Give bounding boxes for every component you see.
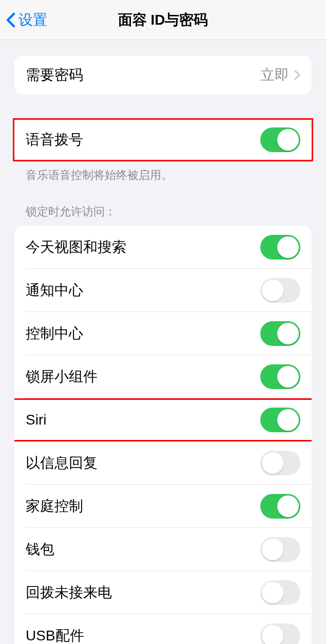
voice-dial-row: 语音拨号 bbox=[14, 118, 312, 161]
lock-access-row: 家庭控制 bbox=[14, 485, 312, 528]
lock-access-toggle[interactable] bbox=[260, 235, 300, 260]
lock-access-row: 锁屏小组件 bbox=[14, 355, 312, 398]
lock-access-toggle[interactable] bbox=[260, 537, 300, 562]
lock-access-row: 控制中心 bbox=[14, 312, 312, 355]
chevron-left-icon bbox=[6, 12, 15, 28]
lock-access-toggle[interactable] bbox=[260, 623, 300, 644]
back-button[interactable]: 设置 bbox=[0, 10, 47, 30]
lock-access-item-label: 回拨未接来电 bbox=[26, 583, 112, 602]
lock-access-item-label: 控制中心 bbox=[26, 324, 83, 343]
lock-access-header: 锁定时允许访问： bbox=[14, 204, 312, 226]
lock-access-row: 以信息回复 bbox=[14, 441, 312, 485]
lock-access-item-label: 今天视图和搜索 bbox=[26, 237, 126, 257]
lock-access-row: 回拨未接来电 bbox=[14, 571, 312, 614]
navigation-bar: 设置 面容 ID与密码 bbox=[0, 0, 326, 40]
voice-dial-label: 语音拨号 bbox=[26, 130, 83, 150]
lock-access-row: USB配件 bbox=[14, 614, 312, 644]
lock-access-toggle[interactable] bbox=[260, 494, 300, 519]
chevron-right-icon bbox=[294, 70, 300, 80]
lock-access-toggle[interactable] bbox=[260, 451, 300, 475]
voice-dial-toggle[interactable] bbox=[260, 127, 300, 152]
lock-access-item-label: Siri bbox=[26, 412, 46, 428]
lock-access-item-label: 以信息回复 bbox=[26, 453, 98, 473]
lock-access-toggle[interactable] bbox=[260, 321, 300, 346]
voice-dial-footer: 音乐语音控制将始终被启用。 bbox=[14, 161, 312, 183]
page-title: 面容 ID与密码 bbox=[118, 10, 208, 30]
lock-access-item-label: 锁屏小组件 bbox=[26, 367, 98, 387]
lock-access-toggle[interactable] bbox=[260, 364, 300, 389]
lock-access-item-label: 家庭控制 bbox=[26, 496, 83, 516]
lock-access-item-label: USB配件 bbox=[26, 626, 84, 644]
back-label: 设置 bbox=[18, 10, 47, 30]
lock-access-toggle[interactable] bbox=[260, 278, 300, 303]
lock-access-row: 钱包 bbox=[14, 528, 312, 571]
lock-access-item-label: 通知中心 bbox=[26, 281, 83, 300]
require-passcode-label: 需要密码 bbox=[26, 65, 83, 85]
require-passcode-row[interactable]: 需要密码 立即 bbox=[14, 56, 312, 95]
lock-access-item-label: 钱包 bbox=[26, 540, 54, 559]
lock-access-row: 通知中心 bbox=[14, 269, 312, 312]
lock-access-toggle[interactable] bbox=[260, 580, 300, 605]
lock-access-toggle[interactable] bbox=[260, 408, 300, 432]
lock-access-row: Siri bbox=[14, 398, 312, 441]
require-passcode-value: 立即 bbox=[260, 65, 289, 85]
lock-access-row: 今天视图和搜索 bbox=[14, 226, 312, 269]
